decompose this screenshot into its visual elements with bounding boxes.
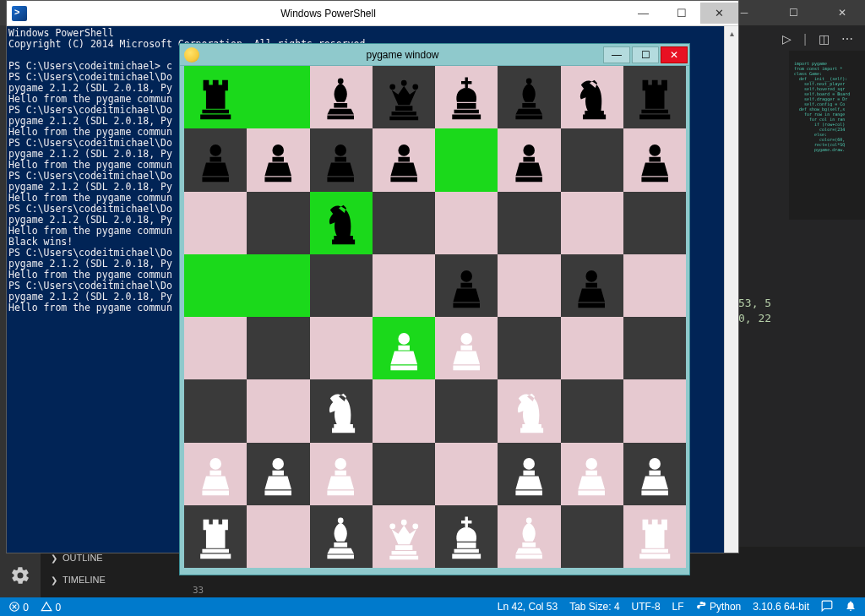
square-d8[interactable]	[373, 66, 435, 128]
piece-bp[interactable]	[247, 128, 309, 191]
piece-wp[interactable]	[184, 443, 247, 505]
split-editor-icon[interactable]: ◫	[819, 32, 830, 46]
square-g5[interactable]	[561, 254, 623, 317]
square-h1[interactable]	[623, 505, 686, 568]
square-e8[interactable]	[435, 66, 498, 128]
square-b8[interactable]	[247, 66, 309, 128]
square-b5[interactable]	[247, 254, 309, 317]
piece-bp[interactable]	[498, 128, 560, 191]
square-d4[interactable]	[373, 317, 435, 379]
status-encoding[interactable]: UTF-8	[632, 601, 661, 613]
square-h3[interactable]	[623, 379, 686, 442]
ps-minimize-button[interactable]: —	[624, 3, 662, 24]
ps-close-button[interactable]: ✕	[700, 3, 738, 24]
square-h6[interactable]	[623, 192, 686, 254]
status-language[interactable]: Python	[696, 601, 742, 613]
square-b1[interactable]	[247, 505, 309, 568]
square-g6[interactable]	[561, 192, 623, 254]
square-g7[interactable]	[561, 128, 623, 191]
square-a4[interactable]	[184, 317, 247, 379]
piece-br[interactable]	[184, 66, 247, 128]
ps-maximize-button[interactable]: ☐	[662, 3, 700, 24]
square-d5[interactable]	[373, 254, 435, 317]
square-d7[interactable]	[373, 128, 435, 191]
piece-bp[interactable]	[561, 254, 623, 317]
piece-wk[interactable]	[435, 505, 498, 568]
square-c1[interactable]	[310, 505, 373, 568]
bell-icon[interactable]	[845, 600, 857, 614]
square-h5[interactable]	[623, 254, 686, 317]
square-a2[interactable]	[184, 443, 247, 505]
piece-bp[interactable]	[373, 128, 435, 191]
pg-close-button[interactable]: ✕	[661, 46, 688, 63]
feedback-icon[interactable]	[821, 600, 833, 614]
square-h7[interactable]	[623, 128, 686, 191]
square-f3[interactable]	[498, 379, 560, 442]
square-e2[interactable]	[435, 443, 498, 505]
piece-bp[interactable]	[310, 128, 373, 191]
settings-gear-icon[interactable]	[10, 565, 30, 589]
square-h2[interactable]	[623, 443, 686, 505]
square-c3[interactable]	[310, 379, 373, 442]
piece-bp[interactable]	[184, 128, 247, 191]
square-g1[interactable]	[561, 505, 623, 568]
square-h4[interactable]	[623, 317, 686, 379]
square-h8[interactable]	[623, 66, 686, 128]
square-e6[interactable]	[435, 192, 498, 254]
square-e5[interactable]	[435, 254, 498, 317]
powershell-titlebar[interactable]: Windows PowerShell — ☐ ✕	[7, 1, 738, 26]
vscode-maximize-button[interactable]: ☐	[777, 0, 809, 25]
square-c8[interactable]	[310, 66, 373, 128]
square-c4[interactable]	[310, 317, 373, 379]
square-b6[interactable]	[247, 192, 309, 254]
square-e3[interactable]	[435, 379, 498, 442]
square-d1[interactable]	[373, 505, 435, 568]
piece-wp[interactable]	[561, 443, 623, 505]
pygame-titlebar[interactable]: pygame window — ☐ ✕	[180, 44, 689, 66]
piece-bb[interactable]	[498, 66, 560, 128]
square-g3[interactable]	[561, 379, 623, 442]
piece-bb[interactable]	[310, 66, 373, 128]
square-d2[interactable]	[373, 443, 435, 505]
pg-minimize-button[interactable]: —	[603, 46, 630, 63]
piece-wr[interactable]	[623, 505, 686, 568]
status-errors[interactable]: 0	[8, 601, 29, 613]
square-f5[interactable]	[498, 254, 560, 317]
piece-wn[interactable]	[498, 379, 560, 442]
piece-wp[interactable]	[247, 443, 309, 505]
piece-wp[interactable]	[498, 443, 560, 505]
piece-wp[interactable]	[623, 443, 686, 505]
square-f4[interactable]	[498, 317, 560, 379]
piece-wb[interactable]	[310, 505, 373, 568]
scroll-up-icon[interactable]: ▴	[725, 26, 738, 41]
square-e4[interactable]	[435, 317, 498, 379]
status-warnings[interactable]: 0	[41, 601, 61, 613]
piece-wb[interactable]	[498, 505, 560, 568]
square-b3[interactable]	[247, 379, 309, 442]
run-icon[interactable]: ▷	[782, 32, 792, 46]
square-f1[interactable]	[498, 505, 560, 568]
status-position[interactable]: Ln 42, Col 53	[498, 601, 558, 613]
square-g2[interactable]	[561, 443, 623, 505]
piece-bn[interactable]	[561, 66, 623, 128]
more-actions-icon[interactable]: ⋯	[841, 32, 853, 46]
square-a5[interactable]	[184, 254, 247, 317]
piece-bp[interactable]	[623, 128, 686, 191]
square-g4[interactable]	[561, 317, 623, 379]
piece-wq[interactable]	[373, 505, 435, 568]
square-c7[interactable]	[310, 128, 373, 191]
piece-bk[interactable]	[435, 66, 498, 128]
vscode-close-button[interactable]: ✕	[826, 0, 858, 25]
square-d6[interactable]	[373, 192, 435, 254]
chess-board[interactable]	[184, 66, 686, 568]
square-b7[interactable]	[247, 128, 309, 191]
square-e1[interactable]	[435, 505, 498, 568]
square-f8[interactable]	[498, 66, 560, 128]
piece-wr[interactable]	[184, 505, 247, 568]
square-a1[interactable]	[184, 505, 247, 568]
square-f6[interactable]	[498, 192, 560, 254]
square-a7[interactable]	[184, 128, 247, 191]
piece-wp[interactable]	[435, 317, 498, 379]
piece-wn[interactable]	[310, 379, 373, 442]
square-g8[interactable]	[561, 66, 623, 128]
